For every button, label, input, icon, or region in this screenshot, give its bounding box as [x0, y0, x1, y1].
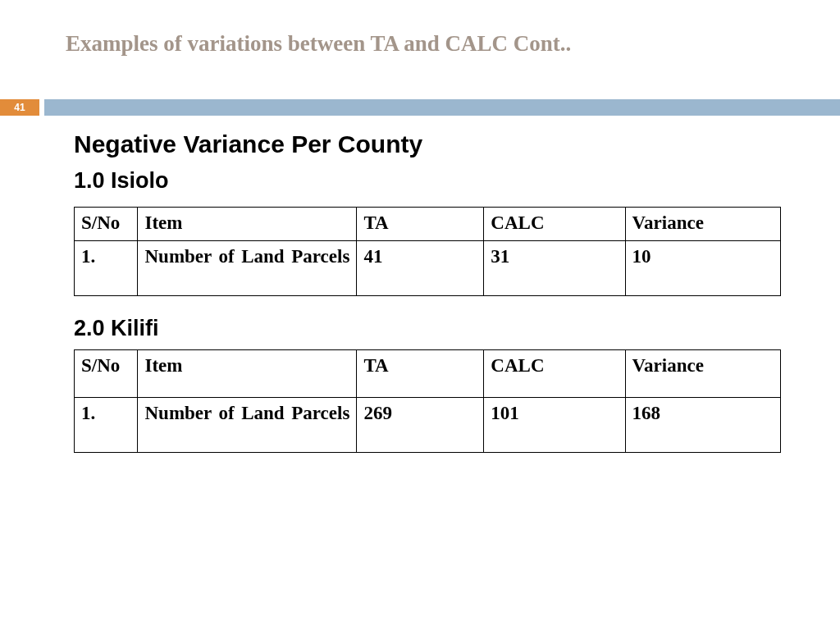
col-header-calc: CALC: [484, 208, 625, 241]
table-kilifi: S/No Item TA CALC Variance 1. Number of …: [74, 349, 781, 453]
slide-title: Examples of variations between TA and CA…: [0, 0, 840, 57]
header-ribbon: [44, 99, 840, 116]
table-header-row: S/No Item TA CALC Variance: [75, 208, 781, 241]
cell-ta: 269: [357, 398, 484, 453]
col-header-ta: TA: [357, 350, 484, 398]
main-heading: Negative Variance Per County: [74, 130, 781, 158]
col-header-calc: CALC: [484, 350, 625, 398]
cell-calc: 101: [484, 398, 625, 453]
header-bar: 41: [0, 99, 840, 116]
col-header-variance: Variance: [625, 208, 780, 241]
section2-heading: 2.0 Kilifi: [74, 316, 781, 341]
cell-item: Number of Land Parcels: [138, 398, 357, 453]
table-header-row: S/No Item TA CALC Variance: [75, 350, 781, 398]
col-header-sno: S/No: [75, 350, 138, 398]
slide: Examples of variations between TA and CA…: [0, 0, 840, 630]
cell-ta: 41: [357, 241, 484, 296]
cell-calc: 31: [484, 241, 625, 296]
col-header-item: Item: [138, 208, 357, 241]
table-row: 1. Number of Land Parcels 269 101 168: [75, 398, 781, 453]
table-isiolo: S/No Item TA CALC Variance 1. Number of …: [74, 207, 781, 296]
section1-heading: 1.0 Isiolo: [74, 168, 781, 194]
cell-variance: 10: [625, 241, 780, 296]
col-header-item: Item: [138, 350, 357, 398]
col-header-ta: TA: [357, 208, 484, 241]
cell-sno: 1.: [75, 398, 138, 453]
cell-item: Number of Land Parcels: [138, 241, 357, 296]
page-number-badge: 41: [0, 99, 39, 116]
cell-variance: 168: [625, 398, 780, 453]
col-header-variance: Variance: [625, 350, 780, 398]
cell-sno: 1.: [75, 241, 138, 296]
col-header-sno: S/No: [75, 208, 138, 241]
content-area: Negative Variance Per County 1.0 Isiolo …: [0, 116, 840, 453]
table-row: 1. Number of Land Parcels 41 31 10: [75, 241, 781, 296]
